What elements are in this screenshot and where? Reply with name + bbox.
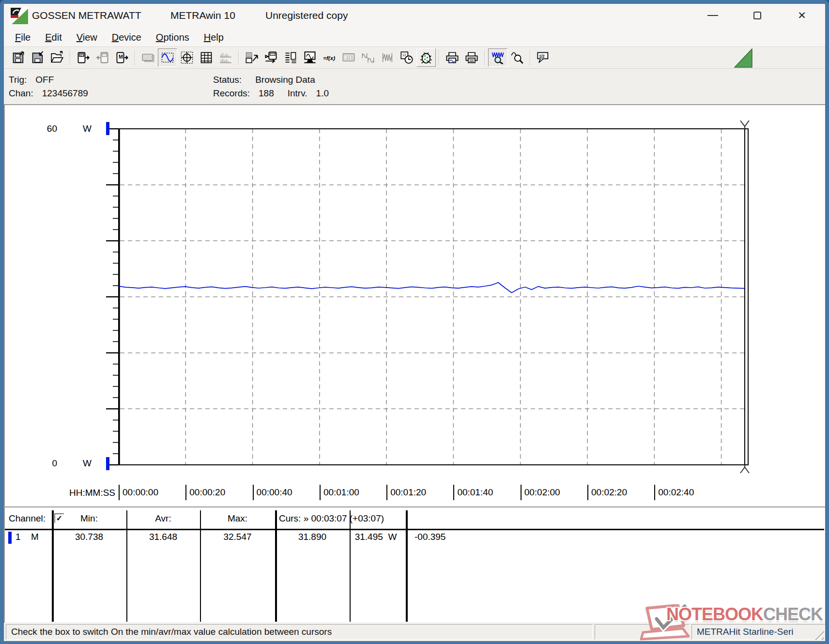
x-tick-label: 00:01:20 <box>386 485 426 500</box>
cell-max: 32.547 <box>200 532 275 542</box>
channel-row-marker <box>8 532 12 544</box>
svg-text:321: 321 <box>346 55 353 60</box>
toolbar-separator <box>484 50 485 65</box>
debug-bug-button[interactable] <box>416 48 436 67</box>
channel-list-icon <box>284 51 297 64</box>
channel-id: Chan:123456789 <box>9 88 88 99</box>
toolbar: 321M1257=f(x)321121/2 <box>4 46 825 69</box>
records-info: Records:188Intrv.1.0 <box>213 88 329 99</box>
monitor-view-button[interactable] <box>300 48 320 67</box>
toolbar-separator <box>70 50 71 65</box>
device-settings-button[interactable] <box>261 48 281 67</box>
time-clock-button[interactable]: 12 <box>397 48 416 67</box>
histogram-view-button <box>216 48 235 67</box>
monitor-view-icon <box>303 51 317 64</box>
y-axis-max-label: 60 <box>33 123 57 134</box>
statusbar-spacer <box>595 624 690 640</box>
formula-icon: =f(x) <box>322 51 336 64</box>
toolbar-separator <box>530 50 531 65</box>
xy-view-icon <box>180 51 194 64</box>
toolbar-separator <box>238 50 239 65</box>
chart-view-icon <box>161 51 174 64</box>
debug-bug-icon <box>419 51 433 64</box>
app-title: METRAwin 10 <box>170 10 235 21</box>
annotation-button[interactable]: 1/2 <box>534 48 553 67</box>
resize-corner-triangle-icon <box>734 48 752 68</box>
cursor-handle-bottom <box>740 465 749 473</box>
menu-options[interactable]: Options <box>149 30 197 45</box>
xy-view-button[interactable] <box>177 48 197 67</box>
x-tick-label: 00:00:20 <box>185 485 225 500</box>
svg-text:1257: 1257 <box>144 56 152 60</box>
channel-marker-top <box>106 122 109 135</box>
x-tick-label: 00:01:00 <box>320 485 359 500</box>
statusbar-message: Check the box to switch On the min/avr/m… <box>6 624 593 640</box>
read-device-button[interactable]: 321 <box>74 48 93 67</box>
svg-text:12: 12 <box>402 53 406 57</box>
zoom-in-icon <box>491 51 505 64</box>
y-axis-unit-top: W <box>83 123 92 134</box>
zoom-in-button[interactable] <box>488 48 507 67</box>
y-axis-unit-bottom: W <box>83 458 92 469</box>
menu-device[interactable]: Device <box>105 30 149 45</box>
cell-cursor-a: 31.890 <box>275 532 350 542</box>
x-tick-label: 00:02:20 <box>587 485 627 500</box>
metrawin-window: GOSSEN METRAWATT METRAwin 10 Unregistere… <box>0 0 829 644</box>
trigger-status: Trig:OFF <box>9 75 54 85</box>
print-button[interactable] <box>462 48 481 67</box>
status-bar: Check the box to switch On the min/avr/m… <box>4 623 825 641</box>
cell-channel-number: 1 <box>15 532 21 542</box>
x-axis-labels: HH:MM:SS 00:00:0000:00:2000:00:4000:01:0… <box>4 485 825 502</box>
close-button[interactable]: ✕ <box>789 4 814 27</box>
acquisition-info-panel: Trig:OFF Chan:123456789 Status:Browsing … <box>4 69 825 104</box>
channel-marker-bottom <box>106 457 109 470</box>
time-clock-icon: 12 <box>400 51 414 64</box>
cell-cursor-b: 31.495 W <box>346 532 406 542</box>
read-memory-button[interactable]: M <box>112 48 132 67</box>
col-header-cursor: Curs: » 00:03:07 (+03:07) <box>279 513 384 524</box>
col-header-min: Min: <box>52 513 126 524</box>
chart-view-button[interactable] <box>158 48 177 67</box>
histogram-view-icon <box>219 51 232 64</box>
license-label: Unregistered copy <box>265 10 348 21</box>
save-as-button[interactable] <box>9 48 28 67</box>
power-chart[interactable] <box>4 104 825 506</box>
brand-title: GOSSEN METRAWATT <box>32 10 141 21</box>
table-view-icon <box>200 51 213 64</box>
maximize-button[interactable] <box>745 4 770 27</box>
table-view-button[interactable] <box>197 48 216 67</box>
cell-channel-mode: M <box>31 532 39 542</box>
menu-help[interactable]: Help <box>197 30 231 45</box>
save-button[interactable] <box>28 48 47 67</box>
table-column-divider <box>350 510 351 622</box>
device-settings-icon <box>264 51 278 64</box>
compare-curves-button <box>358 48 378 67</box>
toolbar-separator <box>439 50 440 65</box>
export-transfer-icon <box>245 51 259 64</box>
power-trace <box>119 283 745 293</box>
save-as-icon <box>12 51 25 64</box>
minimize-button[interactable] <box>700 4 725 27</box>
envelope-icon <box>381 51 394 64</box>
chart-panel[interactable]: 60 W 0 W HH:MM:SS 00:00:0000:00:2000:00:… <box>4 104 825 506</box>
annotation-icon: 1/2 <box>537 51 550 64</box>
menu-file[interactable]: File <box>8 30 38 45</box>
toolbar-separator <box>135 50 136 65</box>
col-header-avr: Avr: <box>126 513 200 524</box>
menu-edit[interactable]: Edit <box>38 30 69 45</box>
svg-text:1/2: 1/2 <box>539 54 545 59</box>
cell-avr: 31.648 <box>126 532 200 542</box>
compare-curves-icon <box>361 51 375 64</box>
cell-min: 30.738 <box>52 532 126 542</box>
menu-view[interactable]: View <box>69 30 105 45</box>
display-321-icon: 321 <box>342 51 355 64</box>
open-button[interactable] <box>47 48 67 67</box>
channel-list-button[interactable] <box>281 48 300 67</box>
formula-button[interactable]: =f(x) <box>320 48 339 67</box>
print-preview-button[interactable] <box>443 48 462 67</box>
status-text: Status:Browsing Data <box>213 75 315 85</box>
table-column-divider <box>126 510 127 622</box>
export-transfer-button[interactable] <box>242 48 261 67</box>
connected-device-label: METRAHit Starline-Seri <box>691 624 825 640</box>
zoom-out-button[interactable] <box>507 48 527 67</box>
